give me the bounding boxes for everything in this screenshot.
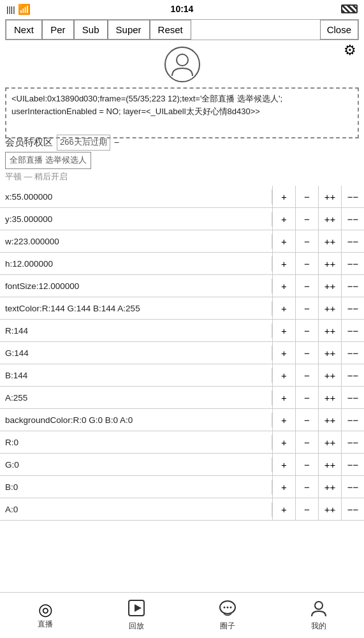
g0-minusminus-btn[interactable]: −− bbox=[341, 454, 364, 475]
reset-button[interactable]: Reset bbox=[150, 20, 191, 40]
y-plus-btn[interactable]: + bbox=[272, 208, 295, 230]
x-minusminus-btn[interactable]: −− bbox=[341, 186, 364, 207]
prop-controls-x: + − ++ −− bbox=[272, 186, 364, 207]
fontsize-plusplus-btn[interactable]: ++ bbox=[318, 275, 341, 297]
g0-plusplus-btn[interactable]: ++ bbox=[318, 454, 341, 475]
w-minusminus-btn[interactable]: −− bbox=[341, 230, 364, 252]
prop-label-b0: B:0 bbox=[0, 480, 272, 494]
svg-point-5 bbox=[226, 607, 228, 609]
prop-row-y: y:35.000000 + − ++ −− bbox=[0, 208, 364, 230]
nav-item-replay[interactable]: 回放 bbox=[91, 599, 182, 632]
bgcolor-minusminus-btn[interactable]: −− bbox=[341, 409, 364, 431]
g144-minusminus-btn[interactable]: −− bbox=[341, 342, 364, 364]
close-button[interactable]: Close bbox=[320, 20, 358, 40]
fontsize-minus-btn[interactable]: − bbox=[295, 275, 318, 297]
w-plusplus-btn[interactable]: ++ bbox=[318, 230, 341, 252]
x-plusplus-btn[interactable]: ++ bbox=[318, 186, 341, 207]
w-minus-btn[interactable]: − bbox=[295, 230, 318, 252]
b0-plus-btn[interactable]: + bbox=[272, 476, 295, 498]
prop-controls-a0: + − ++ −− bbox=[272, 498, 364, 520]
gear-icon[interactable]: ⚙ bbox=[339, 39, 361, 62]
b144-plusplus-btn[interactable]: ++ bbox=[318, 364, 341, 386]
g144-plus-btn[interactable]: + bbox=[272, 342, 295, 364]
nav-item-mine[interactable]: 我的 bbox=[273, 599, 364, 632]
sub-button[interactable]: Sub bbox=[74, 20, 108, 40]
r144-plus-btn[interactable]: + bbox=[272, 320, 295, 341]
prop-row-g144: G:144 + − ++ −− bbox=[0, 342, 364, 364]
small-overlay-texts: 平顿 — 稍后开启 bbox=[5, 170, 359, 184]
svg-point-0 bbox=[177, 54, 188, 66]
nav-item-circle[interactable]: 圈子 bbox=[182, 599, 273, 632]
live-icon: ◎ bbox=[38, 601, 53, 618]
b144-minus-btn[interactable]: − bbox=[295, 364, 318, 386]
r144-plusplus-btn[interactable]: ++ bbox=[318, 320, 341, 341]
prop-label-r0: R:0 bbox=[0, 435, 272, 450]
prop-controls-a255: + − ++ −− bbox=[272, 387, 364, 408]
a255-plusplus-btn[interactable]: ++ bbox=[318, 387, 341, 408]
per-button[interactable]: Per bbox=[42, 20, 74, 40]
g144-plusplus-btn[interactable]: ++ bbox=[318, 342, 341, 364]
r0-minus-btn[interactable]: − bbox=[295, 431, 318, 453]
prop-row-b144: B:144 + − ++ −− bbox=[0, 364, 364, 387]
y-plusplus-btn[interactable]: ++ bbox=[318, 208, 341, 230]
bgcolor-minus-btn[interactable]: − bbox=[295, 409, 318, 431]
x-minus-btn[interactable]: − bbox=[295, 186, 318, 207]
prop-label-a255: A:255 bbox=[0, 390, 272, 405]
a255-minus-btn[interactable]: − bbox=[295, 387, 318, 408]
g0-plus-btn[interactable]: + bbox=[272, 454, 295, 475]
x-plus-btn[interactable]: + bbox=[272, 186, 295, 207]
prop-controls-b144: + − ++ −− bbox=[272, 364, 364, 386]
b0-minus-btn[interactable]: − bbox=[295, 476, 318, 498]
textcolor-minusminus-btn[interactable]: −− bbox=[341, 297, 364, 319]
b0-plusplus-btn[interactable]: ++ bbox=[318, 476, 341, 498]
a0-plus-btn[interactable]: + bbox=[272, 498, 295, 520]
r144-minusminus-btn[interactable]: −− bbox=[341, 320, 364, 341]
svg-point-6 bbox=[229, 607, 231, 609]
next-button[interactable]: Next bbox=[6, 20, 42, 40]
b144-minusminus-btn[interactable]: −− bbox=[341, 364, 364, 386]
textcolor-minus-btn[interactable]: − bbox=[295, 297, 318, 319]
prop-label-h: h:12.000000 bbox=[0, 256, 272, 271]
overlay-area: 会员特权区 266天后过期 − 全部直播 选举候选人 平顿 — 稍后开启 bbox=[5, 135, 359, 183]
dash-icon: − bbox=[114, 135, 119, 149]
battery-icon bbox=[341, 4, 358, 13]
prop-controls-w: + − ++ −− bbox=[272, 230, 364, 252]
bgcolor-plusplus-btn[interactable]: ++ bbox=[318, 409, 341, 431]
y-minus-btn[interactable]: − bbox=[295, 208, 318, 230]
a255-plus-btn[interactable]: + bbox=[272, 387, 295, 408]
b144-plus-btn[interactable]: + bbox=[272, 364, 295, 386]
h-minus-btn[interactable]: − bbox=[295, 253, 318, 274]
a0-minus-btn[interactable]: − bbox=[295, 498, 318, 520]
y-minusminus-btn[interactable]: −− bbox=[341, 208, 364, 230]
g144-minus-btn[interactable]: − bbox=[295, 342, 318, 364]
chat-icon-svg bbox=[219, 599, 237, 617]
prop-label-x: x:55.000000 bbox=[0, 189, 272, 204]
r0-plus-btn[interactable]: + bbox=[272, 431, 295, 453]
r144-minus-btn[interactable]: − bbox=[295, 320, 318, 341]
a0-minusminus-btn[interactable]: −− bbox=[341, 498, 364, 520]
textcolor-plus-btn[interactable]: + bbox=[272, 297, 295, 319]
super-button[interactable]: Super bbox=[108, 20, 150, 40]
live-text: 全部直播 选举候选人 bbox=[5, 152, 91, 169]
w-plus-btn[interactable]: + bbox=[272, 230, 295, 252]
h-plus-btn[interactable]: + bbox=[272, 253, 295, 274]
h-minusminus-btn[interactable]: −− bbox=[341, 253, 364, 274]
b0-minusminus-btn[interactable]: −− bbox=[341, 476, 364, 498]
r0-plusplus-btn[interactable]: ++ bbox=[318, 431, 341, 453]
g0-minus-btn[interactable]: − bbox=[295, 454, 318, 475]
fontsize-plus-btn[interactable]: + bbox=[272, 275, 295, 297]
svg-marker-2 bbox=[135, 604, 142, 612]
a255-minusminus-btn[interactable]: −− bbox=[341, 387, 364, 408]
bgcolor-plus-btn[interactable]: + bbox=[272, 409, 295, 431]
prop-label-b144: B:144 bbox=[0, 368, 272, 383]
prop-controls-g0: + − ++ −− bbox=[272, 454, 364, 475]
a0-plusplus-btn[interactable]: ++ bbox=[318, 498, 341, 520]
fontsize-minusminus-btn[interactable]: −− bbox=[341, 275, 364, 297]
prop-label-r144: R:144 bbox=[0, 323, 272, 338]
textcolor-plusplus-btn[interactable]: ++ bbox=[318, 297, 341, 319]
nav-item-live[interactable]: ◎ 直播 bbox=[0, 601, 91, 630]
r0-minusminus-btn[interactable]: −− bbox=[341, 431, 364, 453]
prop-row-textcolor: textColor:R:144 G:144 B:144 A:255 + − ++… bbox=[0, 297, 364, 320]
h-plusplus-btn[interactable]: ++ bbox=[318, 253, 341, 274]
member-zone-text: 会员特权区 bbox=[5, 135, 53, 150]
